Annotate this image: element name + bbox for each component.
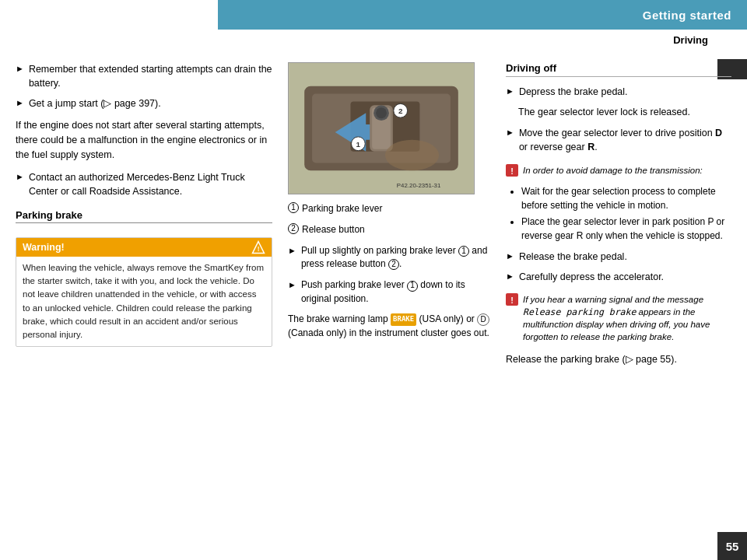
- bullet-arrow-3: ►: [16, 171, 24, 184]
- warning-label: Warning!: [23, 242, 65, 253]
- right-bullet-text-2: Move the gear selector lever to drive po…: [519, 126, 731, 154]
- bullet-arrow-1: ►: [16, 63, 24, 75]
- caption-num-1: 1: [288, 202, 299, 213]
- bullet-extended-starting: ► Remember that extended starting attemp…: [16, 62, 272, 90]
- mid-arrow-1: ►: [288, 245, 296, 257]
- right-bullet-4: ► Carefully depress the accelerator.: [506, 270, 731, 284]
- warning-body-text: When leaving the vehicle, always remove …: [16, 257, 272, 347]
- caption-num-2: 2: [288, 223, 299, 234]
- middle-column: 1 2 P42.20-2351-31 1 Parking brake lever…: [288, 62, 490, 552]
- release-brake-warn-text: If you hear a warning signal and the mes…: [523, 293, 731, 343]
- svg-text:!: !: [258, 246, 260, 253]
- warning-triangle-icon: !: [251, 240, 265, 254]
- mid-bullet-text-1: Pull up slightly on parking brake lever …: [301, 244, 490, 271]
- trans-bullet-1: Wait for the gear selection process to c…: [521, 184, 731, 212]
- release-footnote: Release the parking brake (▷ page 55).: [506, 352, 731, 367]
- right-arrow-1: ►: [506, 86, 514, 98]
- mid-arrow-2: ►: [288, 279, 296, 292]
- transmission-bullet-list: Wait for the gear selection process to c…: [521, 184, 731, 245]
- svg-text:!: !: [510, 166, 514, 176]
- mid-bullet-text-2: Push parking brake lever 1 down to its o…: [301, 278, 490, 306]
- release-code: Release parking brake: [523, 306, 636, 317]
- right-column: Driving off ► Depress the brake pedal. T…: [506, 62, 731, 552]
- parking-brake-section-title: Parking brake: [16, 209, 272, 223]
- subheader-bar: Driving: [0, 30, 747, 50]
- svg-point-10: [376, 107, 387, 118]
- right-bullet-1: ► Depress the brake pedal.: [506, 85, 731, 99]
- bullet-arrow-2: ►: [16, 97, 24, 110]
- svg-text:!: !: [510, 296, 514, 305]
- header-teal: Getting started: [218, 0, 747, 30]
- left-column: ► Remember that extended starting attemp…: [16, 62, 272, 552]
- right-bullet-text-4: Carefully depress the accelerator.: [519, 270, 664, 284]
- svg-point-15: [385, 140, 439, 171]
- gear-lock-released: The gear selector lever lock is released…: [518, 105, 731, 119]
- parking-brake-image: 1 2 P42.20-2351-31: [288, 62, 475, 194]
- bullet-contact: ► Contact an authorized Mercedes-Benz Li…: [16, 170, 272, 198]
- bullet-text-2: Get a jump start (▷ page 397).: [29, 96, 161, 110]
- mid-bullet-1: ► Pull up slightly on parking brake leve…: [288, 244, 490, 271]
- bullet-text-3: Contact an authorized Mercedes-Benz Ligh…: [29, 170, 272, 198]
- header-title: Getting started: [643, 9, 731, 22]
- right-bullet-text-1: Depress the brake pedal.: [519, 85, 628, 99]
- header-bar: Getting started: [0, 0, 747, 30]
- caption-1: 1 Parking brake lever: [288, 202, 490, 215]
- bullet-text-1: Remember that extended starting attempts…: [29, 62, 272, 90]
- bullet-jump-start: ► Get a jump start (▷ page 397).: [16, 96, 272, 110]
- svg-text:1: 1: [356, 140, 361, 149]
- right-bullet-2: ► Move the gear selector lever to drive …: [506, 126, 731, 154]
- trans-bullet-2: Place the gear selector lever in park po…: [521, 215, 731, 243]
- engine-body-text: If the engine does not start after sever…: [16, 118, 272, 162]
- right-arrow-2: ►: [506, 127, 514, 139]
- d-badge: D: [477, 313, 489, 326]
- brake-badge: BRAKE: [391, 313, 416, 326]
- right-bullet-3: ► Release the brake pedal.: [506, 250, 731, 264]
- caption-text-1: Parking brake lever: [302, 202, 382, 215]
- right-arrow-3: ►: [506, 250, 514, 263]
- warning-header: Warning! !: [16, 238, 272, 257]
- warn-icon-2: !: [506, 293, 518, 306]
- right-arrow-4: ►: [506, 271, 514, 283]
- caption-2: 2 Release button: [288, 223, 490, 236]
- warn-icon-1: !: [506, 164, 518, 177]
- caption-text-2: Release button: [302, 223, 365, 236]
- subheader-subtitle: Driving: [673, 34, 747, 46]
- transmission-warning: ! In order to avoid damage to the transm…: [506, 164, 731, 177]
- transmission-warn-text: In order to avoid damage to the transmis…: [523, 164, 703, 177]
- parking-brake-svg: 1 2 P42.20-2351-31: [289, 63, 474, 194]
- right-bullet-text-3: Release the brake pedal.: [519, 250, 627, 264]
- mid-bullet-2: ► Push parking brake lever 1 down to its…: [288, 278, 490, 306]
- inline-num-1: 1: [458, 246, 469, 257]
- main-content: ► Remember that extended starting attemp…: [0, 54, 747, 560]
- warning-box: Warning! ! When leaving the vehicle, alw…: [16, 237, 272, 348]
- svg-text:P42.20-2351-31: P42.20-2351-31: [397, 182, 441, 189]
- release-brake-warning: ! If you hear a warning signal and the m…: [506, 293, 731, 343]
- inline-num-2: 2: [388, 259, 399, 270]
- inline-num-3: 1: [407, 281, 418, 292]
- brake-footnote: The brake warning lamp BRAKE (USA only) …: [288, 312, 490, 340]
- driving-off-title: Driving off: [506, 62, 731, 77]
- svg-text:2: 2: [398, 107, 403, 115]
